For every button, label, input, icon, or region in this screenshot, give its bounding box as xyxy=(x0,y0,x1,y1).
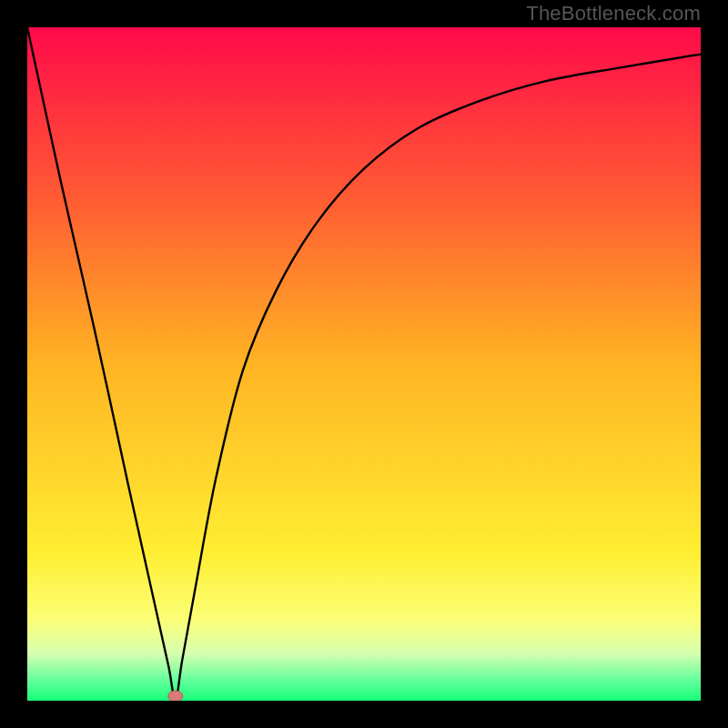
gradient-background xyxy=(27,27,701,701)
bottleneck-plot xyxy=(27,27,701,701)
chart-frame: TheBottleneck.com xyxy=(0,0,728,728)
minimum-marker xyxy=(168,691,183,701)
attribution-text: TheBottleneck.com xyxy=(526,2,701,25)
